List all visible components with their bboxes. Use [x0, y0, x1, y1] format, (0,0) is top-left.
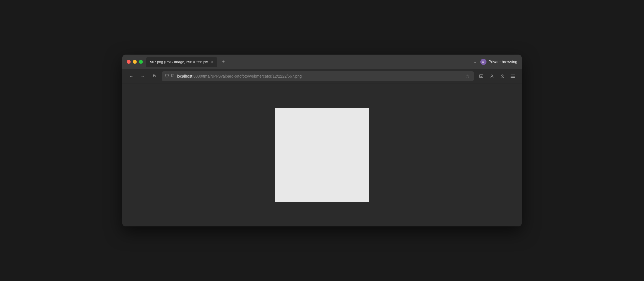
private-browsing-icon: ∞: [480, 59, 486, 65]
forward-button[interactable]: →: [138, 72, 147, 81]
extensions-button[interactable]: [498, 72, 507, 81]
url-bar[interactable]: localhost:8080/tms/NPI-Svalbard-ortofoto…: [162, 71, 474, 81]
account-button[interactable]: [487, 72, 496, 81]
tab-dropdown-button[interactable]: ⌄: [472, 58, 478, 65]
tab-bar: 567.png (PNG Image, 256 × 256 pix × +: [146, 57, 469, 67]
private-browsing-badge: ∞ Private browsing: [480, 59, 518, 65]
title-bar-right: ⌄ ∞ Private browsing: [472, 58, 518, 65]
close-button[interactable]: [127, 60, 131, 64]
url-text: localhost:8080/tms/NPI-Svalbard-ortofoto…: [177, 74, 462, 78]
nav-right-buttons: [477, 72, 517, 81]
bookmark-button[interactable]: ☆: [465, 72, 471, 80]
new-tab-button[interactable]: +: [219, 58, 227, 66]
page-icon: [171, 74, 175, 78]
tab-close-button[interactable]: ×: [211, 60, 214, 64]
title-bar: 567.png (PNG Image, 256 × 256 pix × + ⌄ …: [122, 55, 522, 69]
url-host: localhost: [177, 74, 192, 78]
forward-icon: →: [141, 74, 145, 79]
minimize-button[interactable]: [133, 60, 137, 64]
png-image-display: [275, 108, 369, 202]
url-path: :8080/tms/NPI-Svalbard-ortofoto/webmerca…: [192, 74, 302, 78]
browser-window: 567.png (PNG Image, 256 × 256 pix × + ⌄ …: [122, 55, 522, 226]
nav-bar: ← → ↻ localhost:8080/tms/NPI-Svalbard-or…: [122, 69, 522, 83]
svg-point-2: [491, 75, 493, 76]
back-icon: ←: [129, 74, 133, 79]
svg-rect-1: [480, 75, 483, 77]
private-browsing-label: Private browsing: [489, 60, 518, 64]
tab-title: 567.png (PNG Image, 256 × 256 pix: [150, 60, 208, 64]
pocket-button[interactable]: [477, 72, 486, 81]
active-tab[interactable]: 567.png (PNG Image, 256 × 256 pix ×: [146, 57, 217, 67]
traffic-lights: [127, 60, 143, 64]
content-area: [122, 83, 522, 226]
shield-icon: [165, 74, 169, 78]
reload-button[interactable]: ↻: [150, 72, 159, 81]
back-button[interactable]: ←: [127, 72, 136, 81]
reload-icon: ↻: [153, 73, 156, 79]
menu-button[interactable]: [508, 72, 517, 81]
maximize-button[interactable]: [139, 60, 143, 64]
